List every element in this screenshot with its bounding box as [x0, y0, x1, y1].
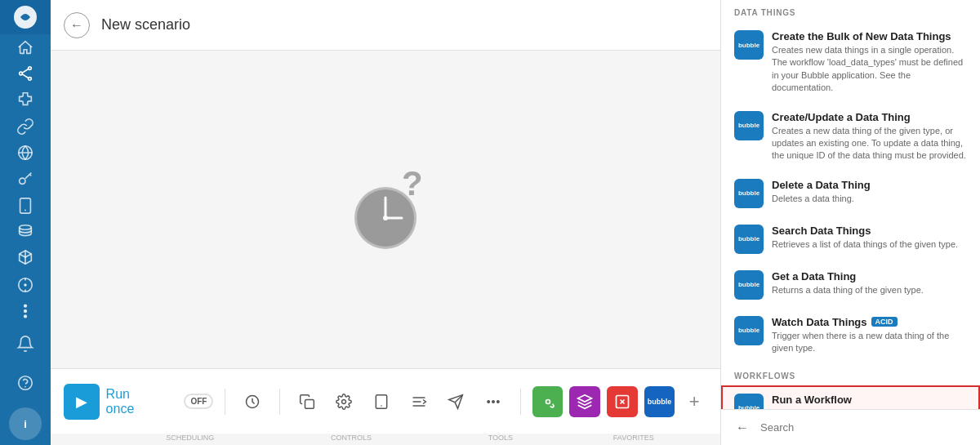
watch-data-title: Watch Data Things ACID	[772, 316, 967, 328]
search-item[interactable]: bubble Search Data Things Retrieves a li…	[721, 216, 980, 262]
delete-title: Delete a Data Thing	[772, 179, 967, 191]
bubble-icon-search: bubble	[734, 225, 764, 254]
svg-point-1	[29, 67, 32, 70]
sidebar-target-icon[interactable]	[0, 271, 51, 297]
acid-badge: ACID	[871, 317, 898, 327]
sidebar-key-icon[interactable]	[0, 166, 51, 192]
empty-state-illustration: ?	[336, 161, 434, 259]
svg-point-37	[488, 400, 490, 403]
copy-button[interactable]	[292, 386, 323, 417]
run-button[interactable]: ▶	[64, 384, 100, 420]
separator-2	[279, 389, 280, 415]
search-input[interactable]	[760, 421, 970, 434]
svg-point-7	[20, 178, 25, 184]
svg-point-39	[497, 400, 500, 403]
get-title: Get a Data Thing	[772, 270, 967, 283]
get-desc: Returns a data thing of the given type.	[772, 284, 967, 296]
svg-point-29	[342, 399, 346, 403]
data-things-section-header: DATA THINGS	[721, 0, 980, 22]
controls-label: CONTROLS	[314, 434, 372, 442]
delete-item[interactable]: bubble Delete a Data Thing Deletes a dat…	[721, 171, 980, 216]
workflows-section-header: WORKFLOWS	[721, 363, 980, 385]
sidebar: i	[0, 0, 51, 445]
bubble-icon-create-update: bubble	[734, 111, 764, 140]
watch-data-desc: Trigger when there is a new data thing o…	[772, 330, 967, 355]
sidebar-more-icon[interactable]	[0, 298, 51, 324]
tools-green-button[interactable]	[532, 386, 564, 417]
tablet-button[interactable]	[366, 386, 397, 417]
main-area: ← New scenario ? ▶ Run once OFF	[51, 0, 720, 445]
bubble-icon-create-bulk: bubble	[734, 30, 764, 60]
clock-button[interactable]	[237, 386, 268, 417]
bubble-icon-watch-data: bubble	[734, 316, 764, 345]
separator-1	[225, 389, 225, 415]
sidebar-box-icon[interactable]	[0, 245, 51, 271]
toggle-off-label: OFF	[185, 395, 212, 407]
back-button[interactable]: ←	[64, 12, 90, 38]
right-panel: DATA THINGS bubble Create the Bulk of Ne…	[720, 0, 980, 445]
create-bulk-item[interactable]: bubble Create the Bulk of New Data Thing…	[721, 22, 980, 103]
panel-search-bar: ←	[721, 409, 980, 445]
sidebar-question-icon[interactable]	[0, 363, 51, 403]
favorites-label: FAVORITES	[613, 434, 670, 442]
sidebar-link-icon[interactable]	[0, 113, 51, 140]
tools-red-button[interactable]	[607, 386, 638, 417]
svg-point-40	[546, 399, 550, 403]
svg-point-13	[24, 284, 26, 286]
sidebar-database-icon[interactable]	[0, 219, 51, 245]
svg-point-3	[29, 78, 32, 81]
run-workflow-title: Run a Workflow	[772, 394, 967, 406]
svg-point-16	[24, 305, 27, 307]
create-update-title: Create/Update a Data Thing	[772, 111, 967, 123]
create-update-item[interactable]: bubble Create/Update a Data Thing Create…	[721, 103, 980, 171]
scheduling-label: SCHEDULING	[100, 434, 214, 442]
create-update-desc: Creates a new data thing of the given ty…	[772, 125, 967, 162]
sidebar-share-icon[interactable]	[0, 60, 51, 87]
more-button[interactable]	[478, 386, 509, 417]
svg-rect-28	[305, 399, 314, 408]
logo[interactable]	[0, 0, 51, 34]
svg-point-10	[20, 225, 32, 230]
send-button[interactable]	[441, 386, 472, 417]
sidebar-puzzle-icon[interactable]	[0, 87, 51, 113]
search-title: Search Data Things	[772, 225, 967, 237]
bubble-icon-delete: bubble	[734, 179, 764, 208]
canvas-area: ?	[51, 51, 720, 368]
run-once-label[interactable]: Run once	[106, 387, 162, 416]
add-tool-button[interactable]: +	[681, 389, 707, 415]
header: ← New scenario	[51, 0, 720, 51]
toolbar-labels: SCHEDULING CONTROLS TOOLS FAVORITES	[51, 434, 720, 445]
schedule-toggle[interactable]: OFF	[184, 394, 213, 409]
svg-point-25	[383, 216, 388, 220]
page-title: New scenario	[101, 16, 190, 33]
align-button[interactable]	[403, 386, 434, 417]
user-avatar[interactable]: i	[9, 407, 42, 440]
sidebar-globe-icon[interactable]	[0, 140, 51, 166]
create-bulk-desc: Creates new data things in a single oper…	[772, 44, 967, 95]
settings-button[interactable]	[329, 386, 360, 417]
svg-point-19	[19, 376, 33, 390]
svg-point-17	[24, 309, 27, 312]
run-workflow-item[interactable]: bubble Run a Workflow Runs a workflow in…	[721, 385, 980, 409]
tools-purple-button[interactable]	[569, 386, 600, 417]
svg-text:?: ?	[402, 164, 423, 202]
tools-label: TOOLS	[472, 434, 513, 442]
svg-point-38	[492, 400, 495, 403]
sidebar-device-icon[interactable]	[0, 193, 51, 219]
svg-rect-30	[376, 394, 386, 408]
svg-line-5	[22, 74, 28, 78]
svg-point-2	[20, 72, 23, 75]
watch-data-item[interactable]: bubble Watch Data Things ACID Trigger wh…	[721, 308, 980, 363]
tools-bubble-button[interactable]: bubble	[644, 386, 675, 417]
sidebar-bell-icon[interactable]	[0, 324, 51, 363]
bubble-icon-get: bubble	[734, 270, 764, 300]
svg-line-4	[22, 69, 28, 73]
svg-point-18	[24, 315, 27, 318]
panel-scroll-area: DATA THINGS bubble Create the Bulk of Ne…	[721, 0, 980, 409]
get-item[interactable]: bubble Get a Data Thing Returns a data t…	[721, 262, 980, 308]
bubble-icon-run-workflow: bubble	[734, 394, 764, 409]
panel-back-button[interactable]: ←	[731, 416, 754, 439]
search-desc: Retrieves a list of data things of the g…	[772, 238, 967, 251]
sidebar-home-icon[interactable]	[0, 34, 51, 60]
bottom-toolbar: ▶ Run once OFF	[51, 368, 720, 434]
